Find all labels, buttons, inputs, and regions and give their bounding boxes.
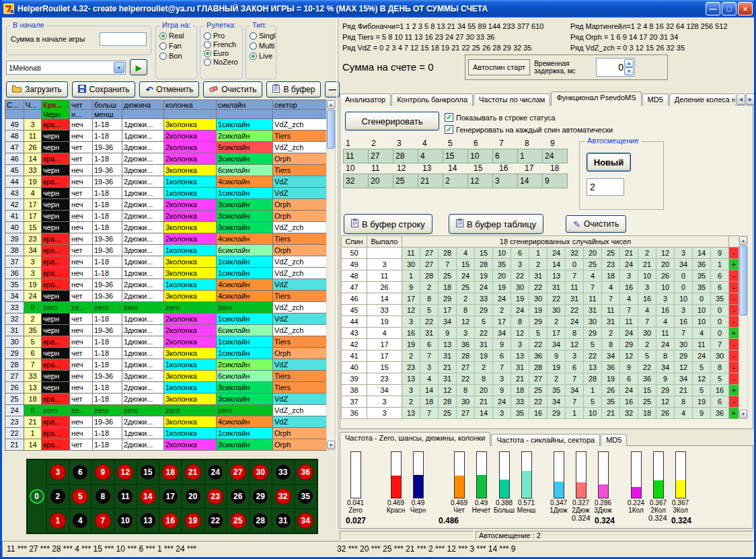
history-row[interactable]: 363кра...неч1-181дюжи...3колонка1сиклайн… bbox=[5, 268, 327, 279]
board-cell-8[interactable]: 8 bbox=[91, 484, 114, 509]
board-cell-14[interactable]: 14 bbox=[137, 484, 159, 509]
scroll-down-icon[interactable]: ▼ bbox=[327, 441, 335, 449]
board-cell-4[interactable]: 4 bbox=[69, 509, 92, 533]
board-cell-2[interactable]: 2 bbox=[46, 484, 69, 509]
tab-Контроль банкролла[interactable]: Контроль банкролла bbox=[391, 94, 473, 106]
history-row[interactable]: 240zeroze...zerozerozerozeroVdZ_zch bbox=[5, 405, 327, 416]
tabs-scroll-right-icon[interactable]: ▶ bbox=[746, 94, 755, 105]
save-button[interactable]: Сохранить bbox=[72, 81, 136, 98]
history-row[interactable]: 434чернчет1-181дюжи...1колонка1сиклайнVd… bbox=[5, 188, 327, 199]
tabs-scroll-left-icon[interactable]: ◀ bbox=[736, 94, 745, 105]
history-row[interactable]: 4217черннеч1-182дюжи...2колонка3сиклайнO… bbox=[5, 199, 327, 211]
history-row[interactable]: 296чернчет1-181дюжи...3колонка1сиклайнOr… bbox=[5, 348, 327, 359]
copy-buffer-button[interactable]: В буфер bbox=[266, 81, 321, 98]
history-row[interactable]: 330zeroze...zerozerozerozeroVdZ_zch bbox=[5, 302, 327, 313]
spinner-down-icon[interactable]: ▼ bbox=[624, 67, 634, 75]
gen-row[interactable]: 421719613363193223412582922430117- bbox=[342, 339, 739, 350]
board-cell-10[interactable]: 10 bbox=[114, 509, 137, 533]
board-cell-27[interactable]: 27 bbox=[227, 460, 250, 484]
radio-multi[interactable]: Multi bbox=[250, 42, 275, 50]
history-row[interactable]: 4726чернчет19-363дюжи...2колонка5сиклайн… bbox=[5, 142, 327, 153]
history-row[interactable]: 373кра...неч1-181дюжи...3колонка1сиклайн… bbox=[5, 256, 327, 268]
gen-row[interactable]: 411727312819613369322341258292430- bbox=[342, 350, 739, 362]
board-cell-16[interactable]: 16 bbox=[159, 509, 182, 533]
tab-Анализатор[interactable]: Анализатор bbox=[340, 94, 391, 106]
board-cell-36[interactable]: 36 bbox=[295, 460, 317, 484]
gen-row[interactable]: 3631372527143351629110213218264936+ bbox=[342, 408, 739, 419]
history-row[interactable]: 3135черннеч19-363дюжи...2колонка6сиклайн… bbox=[5, 325, 327, 336]
chevron-down-icon[interactable]: ▼ bbox=[114, 62, 124, 73]
board-cell-34[interactable]: 34 bbox=[295, 509, 317, 533]
clear-button[interactable]: Очистить bbox=[203, 81, 262, 98]
tab-Функционал PsevdoMS[interactable]: Функционал PsevdoMS bbox=[551, 91, 641, 106]
board-cell-28[interactable]: 28 bbox=[250, 509, 272, 533]
autospin-button[interactable]: Автоспин старт bbox=[468, 59, 530, 75]
radio-fan[interactable]: Fan bbox=[159, 42, 184, 50]
history-row[interactable]: 2733черннеч19-363дюжи...3колонка6сиклайн… bbox=[5, 371, 327, 382]
board-cell-31[interactable]: 31 bbox=[272, 509, 295, 533]
gen-row[interactable]: 441932234125178292243031117416100- bbox=[342, 316, 739, 328]
titlebar[interactable]: HelperRoullet 4.32- create helperroullet… bbox=[0, 0, 756, 17]
close-button[interactable]: × bbox=[738, 2, 753, 15]
radio-nozero[interactable]: NoZero bbox=[204, 58, 238, 66]
board-cell-6[interactable]: 6 bbox=[69, 460, 92, 484]
gen-row[interactable]: 4811128252419202231137418310260356- bbox=[342, 270, 739, 282]
scrollbar-thumb[interactable] bbox=[739, 246, 747, 315]
gen-row[interactable]: 472692182524193022311174163100356- bbox=[342, 282, 739, 293]
board-cell-29[interactable]: 29 bbox=[250, 484, 272, 509]
minimize-button[interactable]: — bbox=[706, 2, 720, 15]
board-cell-26[interactable]: 26 bbox=[227, 484, 250, 509]
tab-Частота - сиклайны, сектора[interactable]: Частота - сиклайны, сектора bbox=[491, 434, 600, 446]
gen-row[interactable]: 50112728415106124322025212123149- bbox=[342, 248, 739, 259]
board-cell-24[interactable]: 24 bbox=[204, 460, 227, 484]
preset-combobox[interactable]: 1Melonati ▼ bbox=[6, 61, 126, 75]
board-cell-32[interactable]: 32 bbox=[272, 484, 295, 509]
history-row[interactable]: 4015черннеч1-182дюжи...3колонка3сиклайнV… bbox=[5, 222, 327, 233]
history-row[interactable]: 4419кра...неч19-362дюжи...1колонка4сикла… bbox=[5, 176, 327, 188]
new-button[interactable]: Новый bbox=[587, 153, 631, 172]
history-row[interactable]: 4117черннеч1-182дюжи...2колонка3сиклайнO… bbox=[5, 211, 327, 222]
history-row[interactable]: 221кра...неч1-181дюжи...1колонка1сиклайн… bbox=[5, 428, 327, 439]
board-cell-15[interactable]: 15 bbox=[137, 460, 159, 484]
radio-singl[interactable]: Singl bbox=[250, 32, 275, 40]
gen-row[interactable]: 39231343122832127272819636934125- bbox=[342, 373, 739, 385]
gen-scrollbar[interactable]: ▲ ▼ bbox=[739, 235, 748, 419]
history-row[interactable]: 2518кра...чет1-182дюжи...3колонка3сиклай… bbox=[5, 394, 327, 405]
tab-Частота - Zero, шансы, дюжины, колонки[interactable]: Частота - Zero, шансы, дюжины, колонки bbox=[340, 432, 490, 446]
board-cell-20[interactable]: 20 bbox=[182, 484, 204, 509]
scroll-down-icon[interactable]: ▼ bbox=[739, 410, 747, 418]
delay-spinner[interactable]: ▲ ▼ bbox=[596, 58, 635, 77]
history-row[interactable]: 3834кра...чет19-363дюжи...1колонка6сикла… bbox=[5, 245, 327, 256]
gen-row[interactable]: 3732182830212433223475351625128196- bbox=[342, 396, 739, 408]
board-cell-5[interactable]: 5 bbox=[69, 484, 92, 509]
maximize-button[interactable]: □ bbox=[722, 2, 736, 15]
board-cell-9[interactable]: 9 bbox=[91, 460, 114, 484]
history-row[interactable]: 4533черннеч19-363дюжи...3колонка6сиклайн… bbox=[5, 165, 327, 176]
history-row[interactable]: 2321кра...неч19-362дюжи...3колонка4сикла… bbox=[5, 416, 327, 428]
tab-MD5[interactable]: MD5 bbox=[642, 94, 669, 106]
board-cell-22[interactable]: 22 bbox=[204, 509, 227, 533]
board-cell-13[interactable]: 13 bbox=[137, 509, 159, 533]
history-scrollbar[interactable]: ▲ ▼ bbox=[326, 100, 336, 450]
board-cell-25[interactable]: 25 bbox=[227, 509, 250, 533]
history-row[interactable]: 2613черннеч1-182дюжи...1колонка3сиклайнT… bbox=[5, 382, 327, 394]
radio-euro[interactable]: Euro bbox=[204, 49, 238, 57]
copy-row-button[interactable]: В буфер строку bbox=[344, 214, 432, 234]
history-row[interactable]: 4811черннеч1-181дюжи...2колонка2сиклайнT… bbox=[5, 131, 327, 142]
board-cell-19[interactable]: 19 bbox=[182, 509, 204, 533]
radio-bon[interactable]: Bon bbox=[159, 52, 184, 60]
history-row[interactable]: 3923кра...неч19-362дюжи...2колонка4сикла… bbox=[5, 233, 327, 245]
board-cell-3[interactable]: 3 bbox=[46, 460, 69, 484]
tab-Деление колеса на[interactable]: Деление колеса на bbox=[669, 94, 735, 106]
begin-sum-input[interactable] bbox=[100, 32, 147, 46]
history-row[interactable]: 287кра...неч1-181дюжи...1колонка2сиклайн… bbox=[5, 359, 327, 371]
scroll-up-icon[interactable]: ▲ bbox=[327, 100, 335, 109]
tab-MD5[interactable]: MD5 bbox=[601, 434, 627, 446]
radio-live[interactable]: Live bbox=[250, 52, 275, 60]
gen-row[interactable]: 453312517829224193022311174163100- bbox=[342, 305, 739, 316]
generate-button[interactable]: Сгенерировать bbox=[345, 112, 439, 131]
board-cell-11[interactable]: 11 bbox=[114, 484, 137, 509]
history-row[interactable]: 4614кра...чет1-182дюжи...2колонка3сиклай… bbox=[5, 153, 327, 165]
board-cell-12[interactable]: 12 bbox=[114, 460, 137, 484]
copy-table-button[interactable]: В буфер таблицу bbox=[449, 214, 543, 234]
